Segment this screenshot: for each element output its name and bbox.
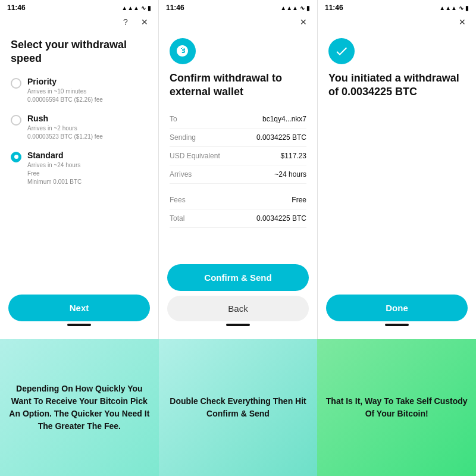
- detail-arrives: Arrives ~24 hours: [170, 165, 306, 184]
- next-button[interactable]: Next: [8, 295, 150, 321]
- screen-header-2: ✕: [159, 13, 317, 32]
- detail-sending: Sending 0.0034225 BTC: [170, 129, 306, 147]
- home-indicator-1: [67, 324, 91, 326]
- details-group-1: To bc1qy4...nkx7 Sending 0.0034225 BTC U…: [170, 110, 306, 184]
- option-priority-text: Priority Arrives in ~10 minutes 0.000065…: [27, 77, 103, 104]
- detail-total: Total 0.0034225 BTC: [170, 209, 306, 228]
- radio-priority[interactable]: [11, 78, 21, 89]
- caption-text-3: That Is It, Way To Take Self Custody Of …: [325, 395, 468, 420]
- screen-header-1: ? ✕: [0, 13, 158, 32]
- screen-confirm: 11:46 ▲▲▲ ∿ ▮ ✕ ₿ Confirm withdrawal to …: [159, 0, 318, 339]
- option-priority-desc1: Arrives in ~10 minutes: [27, 87, 103, 96]
- screen-content-1: Select your withdrawal speed Priority Ar…: [0, 32, 158, 289]
- back-button[interactable]: Back: [167, 296, 309, 321]
- option-standard-desc2: Free: [27, 170, 82, 178]
- bitcoin-svg: ₿: [176, 44, 190, 58]
- home-indicator-3: [385, 324, 409, 326]
- detail-sending-label: Sending: [170, 133, 196, 142]
- radio-rush[interactable]: [11, 115, 21, 126]
- close-icon-2[interactable]: ✕: [297, 15, 310, 29]
- option-standard[interactable]: Standard Arrives in ~24 hours Free Minim…: [11, 151, 148, 186]
- caption-text-2: Double Check Everything Then Hit Confirm…: [167, 395, 309, 420]
- signal-icon-3: ▲▲▲: [439, 5, 457, 11]
- screen-title-1: Select your withdrawal speed: [11, 38, 148, 66]
- time-2: 11:46: [166, 4, 184, 12]
- detail-fees: Fees Free: [170, 191, 306, 209]
- option-standard-desc1: Arrives in ~24 hours: [27, 161, 82, 170]
- help-icon[interactable]: ?: [119, 15, 132, 29]
- option-rush[interactable]: Rush Arrives in ~2 hours 0.00003523 BTC …: [11, 114, 148, 141]
- confirm-send-button[interactable]: Confirm & Send: [167, 264, 309, 291]
- bitcoin-icon: ₿: [170, 38, 196, 64]
- option-standard-desc3: Minimum 0.001 BTC: [27, 178, 82, 186]
- status-icons-2: ▲▲▲ ∿ ▮: [280, 5, 310, 11]
- option-priority-label: Priority: [27, 77, 103, 86]
- detail-arrives-value: ~24 hours: [274, 170, 306, 178]
- detail-to-label: To: [170, 115, 177, 123]
- detail-fees-label: Fees: [170, 196, 186, 204]
- status-bar-1: 11:46 ▲▲▲ ∿ ▮: [0, 0, 158, 13]
- screen-success: 11:46 ▲▲▲ ∿ ▮ ✕ You initiated a withdraw…: [318, 0, 476, 339]
- svg-text:₿: ₿: [178, 48, 182, 55]
- option-standard-text: Standard Arrives in ~24 hours Free Minim…: [27, 151, 82, 186]
- home-indicator-2: [226, 324, 250, 326]
- caption-panel-1: Depending On How Quickly You Want To Rec…: [0, 339, 159, 476]
- option-rush-desc1: Arrives in ~2 hours: [27, 124, 103, 133]
- detail-usd-value: $117.23: [281, 152, 306, 160]
- detail-usd-label: USD Equivalent: [170, 152, 220, 160]
- screen-header-3: ✕: [318, 13, 476, 32]
- detail-fees-value: Free: [292, 196, 306, 204]
- detail-sending-value: 0.0034225 BTC: [256, 133, 306, 142]
- battery-icon-2: ▮: [306, 5, 310, 11]
- caption-text-1: Depending On How Quickly You Want To Rec…: [8, 383, 151, 433]
- radio-standard[interactable]: [11, 152, 21, 162]
- status-bar-3: 11:46 ▲▲▲ ∿ ▮: [318, 0, 476, 13]
- bottom-btn-area-3: Done: [318, 289, 476, 339]
- detail-total-value: 0.0034225 BTC: [256, 214, 306, 223]
- option-standard-label: Standard: [27, 151, 82, 160]
- checkmark-icon: [328, 38, 355, 64]
- caption-panel-3: That Is It, Way To Take Self Custody Of …: [317, 339, 476, 476]
- close-icon-1[interactable]: ✕: [138, 15, 151, 29]
- detail-divider: [170, 184, 306, 191]
- success-title: You initiated a withdrawal of 0.0034225 …: [328, 71, 465, 99]
- detail-total-label: Total: [170, 214, 184, 223]
- option-rush-label: Rush: [27, 114, 103, 123]
- detail-arrives-label: Arrives: [170, 170, 192, 178]
- wifi-icon: ∿: [141, 5, 146, 11]
- status-icons-3: ▲▲▲ ∿ ▮: [439, 5, 469, 11]
- captions-row: Depending On How Quickly You Want To Rec…: [0, 339, 476, 476]
- screen-content-3: You initiated a withdrawal of 0.0034225 …: [318, 32, 476, 289]
- close-icon-3[interactable]: ✕: [456, 15, 469, 29]
- signal-icon-2: ▲▲▲: [280, 5, 298, 11]
- screen-content-2: ₿ Confirm withdrawal to external wallet …: [159, 32, 317, 258]
- option-rush-desc2: 0.00003523 BTC ($1.21) fee: [27, 133, 103, 141]
- checkmark-svg: [334, 44, 349, 58]
- done-button[interactable]: Done: [326, 295, 468, 321]
- details-group-2: Fees Free Total 0.0034225 BTC: [170, 191, 306, 228]
- signal-icon: ▲▲▲: [121, 5, 139, 11]
- caption-panel-2: Double Check Everything Then Hit Confirm…: [159, 339, 318, 476]
- time-3: 11:46: [325, 4, 343, 12]
- wifi-icon-3: ∿: [459, 5, 464, 11]
- detail-to: To bc1qy4...nkx7: [170, 110, 306, 129]
- wifi-icon-2: ∿: [300, 5, 305, 11]
- confirm-title: Confirm withdrawal to external wallet: [170, 71, 306, 99]
- screen-speed: 11:46 ▲▲▲ ∿ ▮ ? ✕ Select your withdrawal…: [0, 0, 159, 339]
- detail-to-value: bc1qy4...nkx7: [262, 115, 306, 123]
- time-1: 11:46: [7, 4, 26, 12]
- status-icons-1: ▲▲▲ ∿ ▮: [121, 5, 151, 11]
- battery-icon-3: ▮: [465, 5, 469, 11]
- status-bar-2: 11:46 ▲▲▲ ∿ ▮: [159, 0, 317, 13]
- option-rush-text: Rush Arrives in ~2 hours 0.00003523 BTC …: [27, 114, 103, 141]
- bottom-btn-area-1: Next: [0, 289, 158, 339]
- option-priority-desc2: 0.00006594 BTC ($2.26) fee: [27, 96, 103, 104]
- bottom-btn-area-2: Confirm & Send Back: [159, 258, 317, 339]
- detail-usd: USD Equivalent $117.23: [170, 147, 306, 165]
- option-priority[interactable]: Priority Arrives in ~10 minutes 0.000065…: [11, 77, 148, 104]
- battery-icon: ▮: [148, 5, 151, 11]
